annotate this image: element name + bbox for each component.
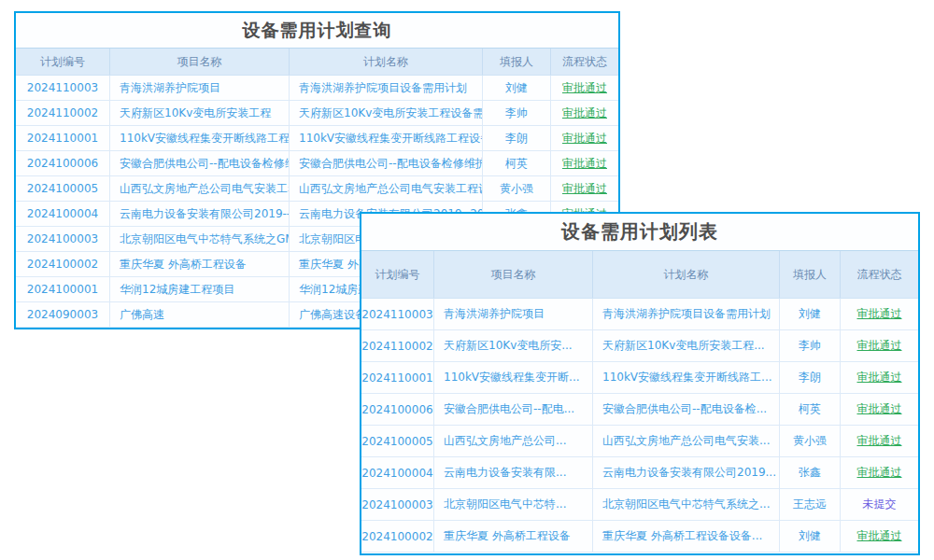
cell-plan-id: 2024100003 bbox=[361, 489, 433, 520]
table-row[interactable]: 2024110003青海洪湖养护院项目青海洪湖养护院项目设备需用计划刘健审批通过 bbox=[361, 299, 918, 330]
column-header: 计划编号 bbox=[16, 49, 109, 75]
cell-plan-id: 2024100004 bbox=[361, 457, 433, 488]
status-link[interactable]: 审批通过 bbox=[562, 80, 607, 96]
column-header: 流程状态 bbox=[550, 49, 618, 75]
query-table-header: 计划编号项目名称计划名称填报人流程状态 bbox=[16, 48, 618, 76]
table-row[interactable]: 2024100002重庆华夏 外高桥工程设备重庆华夏 外高桥工程设备设备...刘… bbox=[361, 521, 918, 553]
cell-reporter: 柯英 bbox=[482, 151, 550, 175]
cell-reporter: 李朗 bbox=[482, 126, 550, 150]
cell-plan-name: 山西弘文房地产总公司电气安装工程设备需用计划 bbox=[289, 176, 482, 201]
cell-project-name: 山西弘文房地产总公司电气安装工程 bbox=[109, 176, 289, 201]
cell-status: 审批通过 bbox=[840, 521, 918, 552]
cell-reporter: 黄小强 bbox=[779, 426, 840, 456]
status-link[interactable]: 审批通过 bbox=[857, 401, 902, 417]
column-header: 填报人 bbox=[779, 251, 840, 298]
status-link[interactable]: 审批通过 bbox=[857, 528, 902, 544]
cell-plan-id: 2024110003 bbox=[361, 299, 433, 329]
cell-status: 审批通过 bbox=[550, 176, 618, 201]
column-header: 填报人 bbox=[482, 49, 550, 75]
status-link[interactable]: 审批通过 bbox=[857, 338, 902, 354]
cell-plan-id: 2024110002 bbox=[361, 330, 433, 361]
list-table-header: 计划编号项目名称计划名称填报人流程状态 bbox=[361, 250, 918, 299]
cell-project-name: 110kV安徽线程集变开断... bbox=[433, 362, 592, 393]
status-link[interactable]: 审批通过 bbox=[857, 465, 902, 481]
column-header: 项目名称 bbox=[109, 49, 289, 75]
status-link[interactable]: 审批通过 bbox=[562, 181, 607, 197]
cell-plan-name: 安徽合肥供电公司--配电设备检... bbox=[592, 394, 779, 425]
cell-plan-name: 北京朝阳区电气中芯特气系统之... bbox=[592, 489, 779, 520]
cell-plan-name: 110kV安徽线程集变开断线路工程设备需用计划 bbox=[289, 126, 482, 150]
table-row[interactable]: 2024100005山西弘文房地产总公司...山西弘文房地产总公司电气安装...… bbox=[361, 426, 918, 457]
cell-status: 审批通过 bbox=[550, 151, 618, 175]
status-link[interactable]: 审批通过 bbox=[562, 131, 607, 147]
query-window-title: 设备需用计划查询 bbox=[16, 13, 618, 48]
cell-plan-id: 2024090003 bbox=[16, 302, 109, 327]
cell-status: 未提交 bbox=[840, 489, 918, 520]
table-row[interactable]: 2024100004云南电力设备安装有限...云南电力设备安装有限公司2019.… bbox=[361, 457, 918, 489]
cell-plan-id: 2024110002 bbox=[16, 101, 109, 125]
status-link[interactable]: 审批通过 bbox=[857, 306, 902, 322]
cell-plan-id: 2024100005 bbox=[16, 176, 109, 201]
cell-status: 审批通过 bbox=[840, 299, 918, 329]
cell-reporter: 张鑫 bbox=[779, 457, 840, 488]
cell-plan-name: 云南电力设备安装有限公司2019... bbox=[592, 457, 779, 488]
cell-plan-name: 青海洪湖养护院项目设备需用计划 bbox=[592, 299, 779, 329]
cell-project-name: 北京朝阳区电气中芯特... bbox=[433, 489, 592, 520]
status-link[interactable]: 审批通过 bbox=[562, 105, 607, 121]
status-link[interactable]: 审批通过 bbox=[857, 370, 902, 385]
cell-plan-name: 山西弘文房地产总公司电气安装... bbox=[592, 426, 779, 456]
cell-status: 审批通过 bbox=[550, 101, 618, 125]
cell-plan-id: 2024100003 bbox=[16, 227, 109, 251]
cell-reporter: 王志远 bbox=[779, 489, 840, 520]
cell-plan-id: 2024100006 bbox=[361, 394, 433, 425]
cell-project-name: 天府新区10Kv变电所安... bbox=[433, 330, 592, 361]
cell-plan-id: 2024100005 bbox=[361, 426, 433, 456]
column-header: 计划名称 bbox=[592, 251, 779, 298]
table-row[interactable]: 2024100006安徽合肥供电公司--配电设备检修维护安徽合肥供电公司--配电… bbox=[16, 151, 618, 176]
cell-plan-id: 2024110003 bbox=[16, 76, 109, 100]
cell-reporter: 李朗 bbox=[779, 362, 840, 393]
column-header: 流程状态 bbox=[840, 251, 918, 298]
cell-project-name: 安徽合肥供电公司--配电... bbox=[433, 394, 592, 425]
cell-project-name: 青海洪湖养护院项目 bbox=[433, 299, 592, 329]
cell-status: 审批通过 bbox=[840, 330, 918, 361]
column-header: 计划编号 bbox=[361, 251, 433, 298]
cell-plan-id: 2024110001 bbox=[361, 362, 433, 393]
status-link[interactable]: 审批通过 bbox=[857, 433, 902, 449]
cell-project-name: 华润12城房建工程项目 bbox=[109, 277, 289, 301]
table-row[interactable]: 2024110001110kV安徽线程集变开断线路工程110kV安徽线程集变开断… bbox=[16, 126, 618, 151]
cell-project-name: 山西弘文房地产总公司... bbox=[433, 426, 592, 456]
table-row[interactable]: 2024110001110kV安徽线程集变开断...110kV安徽线程集变开断线… bbox=[361, 362, 918, 394]
cell-plan-id: 2024100002 bbox=[16, 252, 109, 276]
cell-plan-name: 重庆华夏 外高桥工程设备设备... bbox=[592, 521, 779, 552]
cell-reporter: 柯英 bbox=[779, 394, 840, 425]
cell-project-name: 云南电力设备安装有限公司2019--2 bbox=[109, 202, 289, 226]
cell-project-name: 110kV安徽线程集变开断线路工程 bbox=[109, 126, 289, 150]
cell-plan-id: 2024100006 bbox=[16, 151, 109, 175]
column-header: 项目名称 bbox=[433, 251, 592, 298]
status-link[interactable]: 审批通过 bbox=[562, 156, 607, 172]
cell-project-name: 云南电力设备安装有限... bbox=[433, 457, 592, 488]
table-row[interactable]: 2024110003青海洪湖养护院项目青海洪湖养护院项目设备需用计划刘健审批通过 bbox=[16, 76, 618, 101]
table-row[interactable]: 2024110002天府新区10Kv变电所安...天府新区10Kv变电所安装工程… bbox=[361, 330, 918, 362]
cell-status: 审批通过 bbox=[550, 126, 618, 150]
table-row[interactable]: 2024110002天府新区10Kv变电所安装工程天府新区10Kv变电所安装工程… bbox=[16, 101, 618, 126]
cell-reporter: 黄小强 bbox=[482, 176, 550, 201]
list-window: 设备需用计划列表 计划编号项目名称计划名称填报人流程状态 2024110003青… bbox=[360, 212, 920, 555]
table-row[interactable]: 2024100003北京朝阳区电气中芯特...北京朝阳区电气中芯特气系统之...… bbox=[361, 489, 918, 521]
cell-plan-name: 天府新区10Kv变电所安装工程... bbox=[592, 330, 779, 361]
cell-plan-name: 安徽合肥供电公司--配电设备检修维护设备需用计划 bbox=[289, 151, 482, 175]
table-row[interactable]: 2024100005山西弘文房地产总公司电气安装工程山西弘文房地产总公司电气安装… bbox=[16, 176, 618, 202]
cell-project-name: 重庆华夏 外高桥工程设备 bbox=[109, 252, 289, 276]
cell-project-name: 广佛高速 bbox=[109, 302, 289, 327]
cell-project-name: 北京朝阳区电气中芯特气系统之GM bbox=[109, 227, 289, 251]
cell-plan-id: 2024100001 bbox=[16, 277, 109, 301]
cell-status: 审批通过 bbox=[550, 76, 618, 100]
cell-project-name: 重庆华夏 外高桥工程设备 bbox=[433, 521, 592, 552]
table-row[interactable]: 2024100006安徽合肥供电公司--配电...安徽合肥供电公司--配电设备检… bbox=[361, 394, 918, 426]
column-header: 计划名称 bbox=[289, 49, 482, 75]
cell-project-name: 天府新区10Kv变电所安装工程 bbox=[109, 101, 289, 125]
list-table-body: 2024110003青海洪湖养护院项目青海洪湖养护院项目设备需用计划刘健审批通过… bbox=[361, 299, 918, 553]
cell-plan-name: 青海洪湖养护院项目设备需用计划 bbox=[289, 76, 482, 100]
status-link[interactable]: 未提交 bbox=[863, 497, 897, 512]
